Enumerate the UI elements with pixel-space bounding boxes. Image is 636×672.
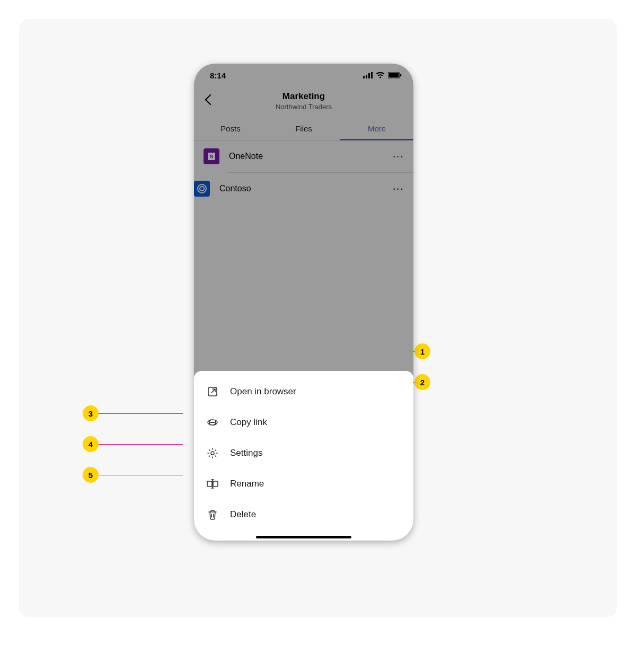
callout-line-3: [95, 413, 183, 414]
callout-number: 5: [89, 471, 93, 480]
callout-number: 1: [420, 347, 425, 356]
svg-rect-13: [207, 481, 212, 487]
link-icon: [206, 415, 219, 429]
gear-icon: [206, 446, 219, 460]
callout-number: 3: [89, 409, 93, 418]
callout-badge-1: 1: [414, 343, 430, 359]
callout-number: 4: [89, 440, 93, 449]
sheet-settings[interactable]: Settings: [194, 438, 413, 468]
callout-number: 2: [420, 378, 425, 387]
sheet-rename[interactable]: Rename: [194, 468, 413, 499]
home-indicator[interactable]: [256, 536, 351, 538]
trash-icon: [206, 508, 219, 521]
callout-line-4: [95, 444, 183, 445]
sheet-delete[interactable]: Delete: [194, 499, 413, 530]
phone-frame: 8:14 Marketing Northwind Traders Posts F…: [194, 64, 413, 541]
callout-badge-3: 3: [83, 405, 99, 421]
sheet-item-label: Settings: [230, 448, 262, 458]
sheet-open-in-browser[interactable]: Open in browser: [194, 376, 413, 407]
sheet-item-label: Delete: [230, 509, 256, 520]
canvas: 1 2 3 4 5 8:14 Marketing Northwi: [19, 19, 617, 617]
sheet-copy-link[interactable]: Copy link: [194, 407, 413, 438]
sheet-item-label: Open in browser: [230, 386, 296, 397]
rename-icon: [206, 477, 219, 491]
svg-point-12: [211, 452, 214, 455]
callout-badge-5: 5: [83, 467, 99, 483]
callout-badge-2: 2: [414, 374, 430, 390]
callout-line-5: [95, 475, 183, 475]
svg-rect-14: [213, 481, 218, 487]
open-external-icon: [206, 385, 219, 399]
sheet-item-label: Copy link: [230, 417, 267, 428]
callout-badge-4: 4: [83, 436, 99, 452]
sheet-item-label: Rename: [230, 479, 264, 489]
action-sheet: Open in browser Copy link Settings Renam…: [194, 371, 413, 541]
